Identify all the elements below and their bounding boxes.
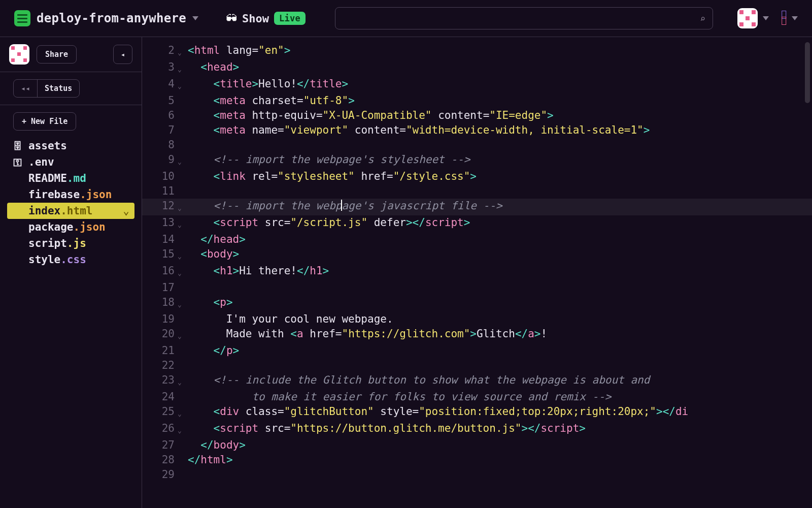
- code-line[interactable]: 26⌄ <script src="https://button.glitch.m…: [142, 421, 812, 438]
- share-button[interactable]: Share: [37, 45, 77, 64]
- file-item[interactable]: package.json: [7, 219, 134, 235]
- search-icon: ⌕: [700, 13, 705, 24]
- code-line[interactable]: 21 </p>: [142, 343, 812, 358]
- fold-toggle-icon[interactable]: ⌄: [178, 215, 185, 232]
- fish-icon: 𓆟𓆟: [781, 10, 787, 26]
- code-line[interactable]: 12⌄ <!-- import the webpage's javascript…: [142, 199, 812, 215]
- code-line[interactable]: 8: [142, 138, 812, 152]
- code-line[interactable]: 18⌄ <p>: [142, 295, 812, 312]
- fold-toggle-icon[interactable]: ⌄: [178, 295, 185, 312]
- line-number: 21: [142, 343, 178, 358]
- fold-toggle-icon[interactable]: ⌄: [178, 77, 185, 93]
- code-line[interactable]: 3⌄ <head>: [142, 60, 812, 77]
- file-item[interactable]: script.js: [7, 235, 134, 251]
- caret-left-icon: ◂: [121, 50, 125, 58]
- file-name: firebase.json: [28, 188, 112, 201]
- new-file-button[interactable]: + New File: [13, 112, 76, 131]
- archive-icon: 🗄: [12, 141, 23, 151]
- fold-toggle-icon: [178, 184, 185, 199]
- show-button[interactable]: 🕶 Show Live: [226, 12, 306, 25]
- code-content: <h1>Hi there!</h1>: [185, 264, 329, 280]
- chevron-down-icon: ⌄: [123, 205, 129, 217]
- collapse-sidebar-button[interactable]: ◂: [113, 45, 132, 64]
- fold-toggle-icon[interactable]: ⌄: [178, 247, 185, 264]
- fold-toggle-icon: [178, 123, 185, 138]
- file-item[interactable]: style.css: [7, 251, 134, 268]
- line-number: 13: [142, 215, 178, 232]
- code-content: <meta http-equiv="X-UA-Compatible" conte…: [185, 108, 554, 123]
- fold-toggle-icon[interactable]: ⌄: [178, 421, 185, 438]
- rewind-button[interactable]: ◂◂: [14, 80, 37, 97]
- code-line[interactable]: 20⌄ Made with <a href="https://glitch.co…: [142, 327, 812, 343]
- code-line[interactable]: 28</html>: [142, 453, 812, 467]
- code-line[interactable]: 4⌄ <title>Hello!</title>: [142, 77, 812, 93]
- code-line[interactable]: 23⌄ <!-- include the Glitch button to sh…: [142, 373, 812, 390]
- search-input[interactable]: [335, 8, 690, 29]
- code-content: [185, 467, 188, 482]
- code-content: <meta name="viewport" content="width=dev…: [185, 123, 650, 138]
- fold-toggle-icon[interactable]: ⌄: [178, 327, 185, 343]
- sidebar: Share ◂ ◂◂ Status + New File 🗄assets⚿.en…: [0, 37, 142, 508]
- team-menu[interactable]: 𓆟𓆟: [778, 10, 798, 26]
- code-line[interactable]: 6 <meta http-equiv="X-UA-Compatible" con…: [142, 108, 812, 123]
- code-line[interactable]: 25⌄ <div class="glitchButton" style="pos…: [142, 404, 812, 421]
- code-content: </head>: [185, 232, 246, 247]
- line-number: 8: [142, 138, 178, 152]
- code-line[interactable]: 27 </body>: [142, 438, 812, 453]
- file-name: package.json: [28, 221, 106, 233]
- status-button[interactable]: Status: [38, 80, 79, 97]
- code-line[interactable]: 29: [142, 467, 812, 482]
- code-line[interactable]: 14 </head>: [142, 232, 812, 247]
- code-line[interactable]: 19 I'm your cool new webpage.: [142, 312, 812, 327]
- fold-toggle-icon: [178, 108, 185, 123]
- fold-toggle-icon[interactable]: ⌄: [178, 373, 185, 390]
- line-number: 27: [142, 438, 178, 453]
- code-line[interactable]: 17: [142, 280, 812, 295]
- file-item[interactable]: index.html⌄: [7, 203, 134, 219]
- code-line[interactable]: 15⌄ <body>: [142, 247, 812, 264]
- scrollbar-vertical[interactable]: [805, 42, 810, 103]
- code-line[interactable]: 16⌄ <h1>Hi there!</h1>: [142, 264, 812, 280]
- fold-toggle-icon[interactable]: ⌄: [178, 152, 185, 169]
- code-content: <meta charset="utf-8">: [185, 93, 355, 108]
- fold-toggle-icon: [178, 390, 185, 404]
- account-menu[interactable]: [737, 8, 769, 28]
- code-line[interactable]: 24 to make it easier for folks to view s…: [142, 390, 812, 404]
- code-content: [185, 358, 188, 373]
- chevron-down-icon: [192, 16, 198, 20]
- code-line[interactable]: 22: [142, 358, 812, 373]
- chevron-down-icon: [792, 16, 798, 20]
- file-item[interactable]: 🗄assets: [7, 138, 134, 154]
- code-line[interactable]: 11: [142, 184, 812, 199]
- code-line[interactable]: 10 <link rel="stylesheet" href="/style.c…: [142, 169, 812, 184]
- search-input-wrap[interactable]: ⌕: [335, 7, 713, 29]
- fold-toggle-icon: [178, 438, 185, 453]
- code-content: <link rel="stylesheet" href="/style.css"…: [185, 169, 477, 184]
- code-content: <p>: [185, 295, 233, 312]
- file-item[interactable]: firebase.json: [7, 186, 134, 203]
- file-item[interactable]: ⚿.env: [7, 154, 134, 170]
- file-item[interactable]: README.md: [7, 170, 134, 186]
- line-number: 29: [142, 467, 178, 482]
- code-line[interactable]: 9⌄ <!-- import the webpage's stylesheet …: [142, 152, 812, 169]
- fold-toggle-icon[interactable]: ⌄: [178, 264, 185, 280]
- code-line[interactable]: 2⌄<html lang="en">: [142, 43, 812, 60]
- fold-toggle-icon: [178, 343, 185, 358]
- fold-toggle-icon[interactable]: ⌄: [178, 60, 185, 77]
- fold-toggle-icon[interactable]: ⌄: [178, 43, 185, 60]
- code-line[interactable]: 13⌄ <script src="/script.js" defer></scr…: [142, 215, 812, 232]
- code-line[interactable]: 5 <meta charset="utf-8">: [142, 93, 812, 108]
- fold-toggle-icon: [178, 280, 185, 295]
- line-number: 26: [142, 421, 178, 438]
- fold-toggle-icon[interactable]: ⌄: [178, 404, 185, 421]
- code-editor[interactable]: 2⌄<html lang="en">3⌄ <head>4⌄ <title>Hel…: [142, 37, 812, 508]
- project-menu[interactable]: deploy-from-anywhere: [14, 10, 198, 26]
- code-line[interactable]: 7 <meta name="viewport" content="width=d…: [142, 123, 812, 138]
- fold-toggle-icon: [178, 358, 185, 373]
- line-number: 6: [142, 108, 178, 123]
- fold-toggle-icon[interactable]: ⌄: [178, 199, 185, 215]
- code-content: <script src="https://button.glitch.me/bu…: [185, 421, 586, 438]
- line-number: 20: [142, 327, 178, 343]
- line-number: 17: [142, 280, 178, 295]
- user-avatar-icon[interactable]: [9, 44, 29, 65]
